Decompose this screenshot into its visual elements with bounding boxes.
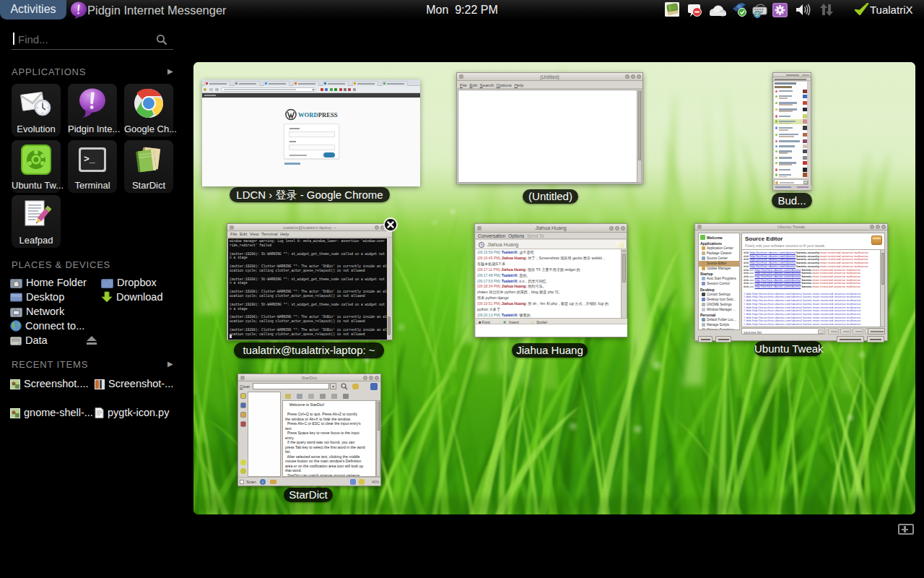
svg-text:WORDPRESS: WORDPRESS: [298, 111, 338, 118]
svg-text:>_: >_: [84, 154, 95, 165]
